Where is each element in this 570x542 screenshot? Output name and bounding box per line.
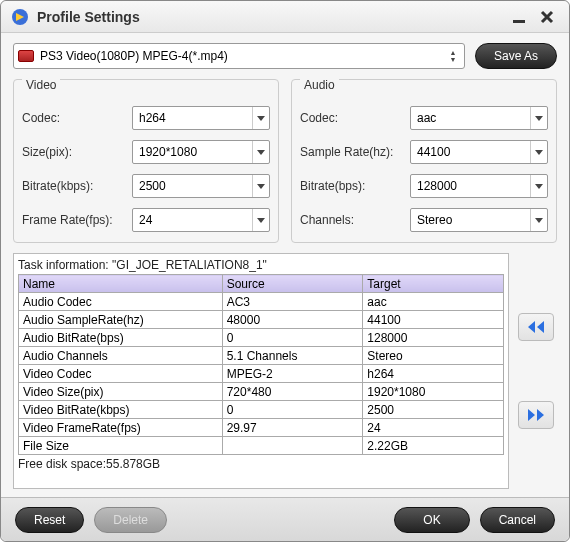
cell-name: Video BitRate(kbps) — [19, 401, 223, 419]
table-row: File Size2.22GB — [19, 437, 504, 455]
combo-value: 24 — [139, 213, 252, 227]
audio-codec-label: Codec: — [300, 111, 410, 125]
video-framerate-label: Frame Rate(fps): — [22, 213, 132, 227]
video-size-combo[interactable]: 1920*1080 — [132, 140, 270, 164]
combo-value: 44100 — [417, 145, 530, 159]
cell-target: 1920*1080 — [363, 383, 504, 401]
cell-source — [222, 437, 363, 455]
table-row: Video FrameRate(fps)29.9724 — [19, 419, 504, 437]
video-bitrate-label: Bitrate(kbps): — [22, 179, 132, 193]
cell-source: MPEG-2 — [222, 365, 363, 383]
combo-value: 1920*1080 — [139, 145, 252, 159]
cell-target: 24 — [363, 419, 504, 437]
reset-button[interactable]: Reset — [15, 507, 84, 533]
dialog-body: PS3 Video(1080P) MPEG-4(*.mp4) ▲▼ Save A… — [1, 33, 569, 497]
chevron-down-icon — [252, 175, 268, 197]
save-as-button[interactable]: Save As — [475, 43, 557, 69]
task-info-panel: Task information: "GI_JOE_RETALIATION8_1… — [13, 253, 509, 489]
cell-source: 5.1 Channels — [222, 347, 363, 365]
task-caption: Task information: "GI_JOE_RETALIATION8_1… — [18, 258, 504, 272]
video-size-label: Size(pix): — [22, 145, 132, 159]
cell-name: Video FrameRate(fps) — [19, 419, 223, 437]
cell-source: 48000 — [222, 311, 363, 329]
video-bitrate-combo[interactable]: 2500 — [132, 174, 270, 198]
cell-target: h264 — [363, 365, 504, 383]
app-icon — [11, 8, 29, 26]
combo-value: Stereo — [417, 213, 530, 227]
nav-column — [515, 253, 557, 489]
combo-value: h264 — [139, 111, 252, 125]
cell-name: Audio Codec — [19, 293, 223, 311]
cell-target: Stereo — [363, 347, 504, 365]
cell-name: Audio BitRate(bps) — [19, 329, 223, 347]
prev-task-button[interactable] — [518, 313, 554, 341]
table-row: Audio SampleRate(hz)4800044100 — [19, 311, 504, 329]
cell-source: 720*480 — [222, 383, 363, 401]
chevron-down-icon — [530, 107, 546, 129]
audio-channels-combo[interactable]: Stereo — [410, 208, 548, 232]
audio-group: Audio Codec:aac Sample Rate(hz):44100 Bi… — [291, 79, 557, 243]
video-framerate-combo[interactable]: 24 — [132, 208, 270, 232]
titlebar: Profile Settings — [1, 1, 569, 33]
profile-settings-window: Profile Settings PS3 Video(1080P) MPEG-4… — [0, 0, 570, 542]
video-codec-label: Codec: — [22, 111, 132, 125]
chevron-down-icon — [252, 209, 268, 231]
audio-bitrate-label: Bitrate(bps): — [300, 179, 410, 193]
audio-codec-combo[interactable]: aac — [410, 106, 548, 130]
chevron-down-icon — [530, 141, 546, 163]
cell-name: File Size — [19, 437, 223, 455]
spinner-icon: ▲▼ — [446, 49, 460, 63]
col-name: Name — [19, 275, 223, 293]
audio-samplerate-label: Sample Rate(hz): — [300, 145, 410, 159]
cell-name: Video Codec — [19, 365, 223, 383]
chevron-down-icon — [530, 209, 546, 231]
table-row: Audio BitRate(bps)0128000 — [19, 329, 504, 347]
cell-target: 2.22GB — [363, 437, 504, 455]
combo-value: aac — [417, 111, 530, 125]
window-title: Profile Settings — [37, 9, 503, 25]
video-codec-combo[interactable]: h264 — [132, 106, 270, 130]
combo-value: 2500 — [139, 179, 252, 193]
minimize-button[interactable] — [507, 5, 531, 29]
cell-name: Audio SampleRate(hz) — [19, 311, 223, 329]
cell-target: 44100 — [363, 311, 504, 329]
ok-button[interactable]: OK — [394, 507, 469, 533]
table-row: Audio CodecAC3aac — [19, 293, 504, 311]
free-disk-space: Free disk space:55.878GB — [18, 457, 504, 471]
cell-source: AC3 — [222, 293, 363, 311]
cancel-button[interactable]: Cancel — [480, 507, 555, 533]
task-table: Name Source Target Audio CodecAC3aacAudi… — [18, 274, 504, 455]
next-task-button[interactable] — [518, 401, 554, 429]
combo-value: 128000 — [417, 179, 530, 193]
delete-button[interactable]: Delete — [94, 507, 167, 533]
cell-target: 128000 — [363, 329, 504, 347]
audio-heading: Audio — [300, 78, 339, 92]
close-button[interactable] — [535, 5, 559, 29]
table-row: Video CodecMPEG-2h264 — [19, 365, 504, 383]
svg-rect-1 — [513, 20, 525, 23]
cell-source: 29.97 — [222, 419, 363, 437]
table-row: Audio Channels5.1 ChannelsStereo — [19, 347, 504, 365]
cell-name: Video Size(pix) — [19, 383, 223, 401]
audio-bitrate-combo[interactable]: 128000 — [410, 174, 548, 198]
table-row: Video Size(pix)720*4801920*1080 — [19, 383, 504, 401]
chevron-down-icon — [530, 175, 546, 197]
cell-source: 0 — [222, 329, 363, 347]
video-heading: Video — [22, 78, 60, 92]
format-icon — [18, 50, 34, 62]
chevron-down-icon — [252, 107, 268, 129]
profile-selector[interactable]: PS3 Video(1080P) MPEG-4(*.mp4) ▲▼ — [13, 43, 465, 69]
profile-selected-text: PS3 Video(1080P) MPEG-4(*.mp4) — [40, 49, 446, 63]
video-group: Video Codec:h264 Size(pix):1920*1080 Bit… — [13, 79, 279, 243]
audio-samplerate-combo[interactable]: 44100 — [410, 140, 548, 164]
cell-target: 2500 — [363, 401, 504, 419]
footer: Reset Delete OK Cancel — [1, 497, 569, 541]
cell-source: 0 — [222, 401, 363, 419]
col-source: Source — [222, 275, 363, 293]
chevron-down-icon — [252, 141, 268, 163]
col-target: Target — [363, 275, 504, 293]
audio-channels-label: Channels: — [300, 213, 410, 227]
table-row: Video BitRate(kbps)02500 — [19, 401, 504, 419]
cell-name: Audio Channels — [19, 347, 223, 365]
cell-target: aac — [363, 293, 504, 311]
